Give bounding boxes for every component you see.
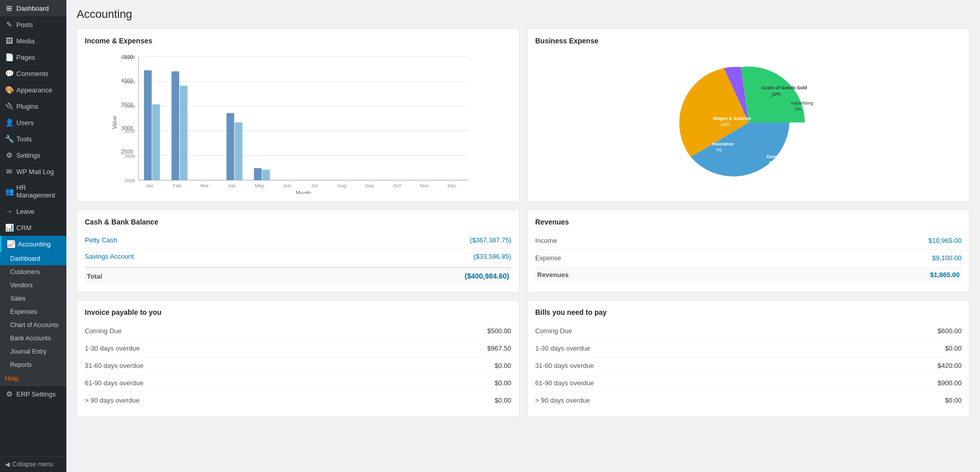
svg-rect-28 — [262, 170, 270, 180]
invoice-row-2: 31-60 days overdue $0.00 — [85, 357, 511, 375]
sidebar-item-erp-settings[interactable]: ⚙ ERP Settings — [0, 385, 66, 402]
income-expenses-chart: 4500 4000 3500 3000 2500 4500 — [85, 51, 511, 194]
sub-item-help[interactable]: Help — [0, 371, 66, 385]
svg-text:Jun: Jun — [283, 183, 291, 188]
leave-icon: → — [5, 207, 13, 215]
sub-item-expenses[interactable]: Expenses — [0, 305, 66, 318]
savings-account-row: Savings Account ($33,596.85) — [85, 249, 511, 265]
inv-amount-0: $500.00 — [487, 327, 511, 335]
page-title: Accounting — [77, 8, 970, 21]
inv-amount-4: $0.00 — [494, 396, 511, 404]
erp-icon: ⚙ — [5, 390, 13, 398]
inv-label-2: 31-60 days overdue — [85, 362, 144, 369]
sidebar-item-tools[interactable]: 🔧 Tools — [0, 131, 66, 147]
sub-item-vendors[interactable]: Vendors — [0, 279, 66, 292]
media-icon: 🖼 — [5, 37, 13, 45]
sidebar-item-settings[interactable]: ⚙ Settings — [0, 147, 66, 163]
business-expense-card: Business Expense Ge — [527, 29, 970, 202]
svg-rect-23 — [172, 71, 179, 180]
svg-text:Wages & Salaries: Wages & Salaries — [713, 116, 751, 121]
svg-text:4000: 4000 — [124, 79, 135, 85]
income-expenses-card: Income & Expenses 4500 4000 3500 3000 25… — [77, 29, 519, 202]
invoice-table: Coming Due $500.00 1-30 days overdue $96… — [85, 322, 511, 409]
sub-item-journal-entry[interactable]: Journal Entry — [0, 345, 66, 358]
users-icon: 👤 — [5, 118, 13, 127]
accounting-submenu: Dashboard Customers Vendors Sales Expens… — [0, 252, 66, 385]
sidebar-item-accounting[interactable]: 📈 Accounting — [0, 236, 66, 252]
sub-item-bank-accounts[interactable]: Bank Accounts — [0, 332, 66, 345]
sub-item-dashboard[interactable]: Dashboard — [0, 252, 66, 265]
svg-text:Apr: Apr — [228, 183, 236, 188]
sidebar-item-wpmail[interactable]: ✉ WP Mail Log — [0, 163, 66, 180]
sub-item-sales[interactable]: Sales — [0, 292, 66, 305]
svg-rect-25 — [227, 113, 234, 180]
sidebar: ⊞ Dashboard ✎ Posts 🖼 Media 📄 Pages 💬 Co… — [0, 0, 66, 472]
income-label: Income — [535, 237, 557, 244]
sub-item-customers[interactable]: Customers — [0, 265, 66, 279]
svg-text:7%: 7% — [715, 147, 722, 153]
sidebar-item-plugins[interactable]: 🔌 Plugins — [0, 98, 66, 114]
inv-label-4: > 90 days overdue — [85, 396, 139, 404]
sub-item-reports[interactable]: Reports — [0, 358, 66, 371]
plugins-icon: 🔌 — [5, 102, 13, 110]
petty-cash-link[interactable]: Petty Cash — [85, 236, 117, 244]
sidebar-item-comments[interactable]: 💬 Comments — [0, 65, 66, 82]
svg-text:3000: 3000 — [124, 128, 135, 134]
svg-rect-22 — [152, 104, 160, 180]
posts-icon: ✎ — [5, 20, 13, 29]
svg-rect-21 — [144, 70, 152, 180]
sub-item-chart-of-accounts[interactable]: Chart of Accounts — [0, 318, 66, 332]
invoice-row-1: 1-30 days overdue $967.50 — [85, 340, 511, 357]
expense-amount: $9,100.00 — [932, 254, 962, 262]
bills-row-2: 31-60 days overdue $420.00 — [535, 357, 962, 375]
savings-link[interactable]: Savings Account — [85, 253, 134, 260]
bills-table: Coming Due $600.00 1-30 days overdue $0.… — [535, 322, 962, 409]
svg-text:Feb: Feb — [173, 183, 181, 188]
sidebar-item-appearance[interactable]: 🎨 Appearance — [0, 82, 66, 98]
hr-icon: 👥 — [5, 187, 13, 195]
svg-text:Mar: Mar — [200, 183, 209, 188]
expense-label: Expense — [535, 254, 561, 262]
sidebar-item-hr[interactable]: 👥 HR Management — [0, 180, 66, 203]
top-row: Income & Expenses 4500 4000 3500 3000 25… — [77, 29, 970, 202]
sidebar-item-dashboard[interactable]: ⊞ Dashboard — [0, 0, 66, 16]
sidebar-item-posts[interactable]: ✎ Posts — [0, 16, 66, 33]
invoice-title: Invoice payable to you — [85, 308, 511, 316]
svg-rect-27 — [254, 168, 261, 180]
cash-bank-title: Cash & Bank Balance — [85, 218, 511, 226]
inv-amount-3: $0.00 — [494, 379, 511, 387]
revenues-label: Revenues — [537, 271, 568, 279]
svg-text:Sep: Sep — [365, 183, 374, 188]
svg-text:Dec: Dec — [447, 183, 456, 188]
svg-text:Aug: Aug — [338, 183, 346, 188]
svg-text:Month: Month — [296, 190, 311, 194]
total-row: Total ($400,984.60) — [85, 267, 511, 284]
pie-chart-container: General Expenses 58% Wages & Salaries 24… — [535, 51, 962, 194]
sidebar-item-media[interactable]: 🖼 Media — [0, 33, 66, 49]
income-row: Income $10,965.00 — [535, 232, 962, 250]
sidebar-item-pages[interactable]: 📄 Pages — [0, 49, 66, 65]
collapse-icon: ◀ — [5, 461, 10, 468]
svg-text:2000: 2000 — [124, 178, 135, 183]
invoice-row-4: > 90 days overdue $0.00 — [85, 392, 511, 409]
expense-row: Expense $9,100.00 — [535, 250, 962, 267]
bills-row-1: 1-30 days overdue $0.00 — [535, 340, 962, 357]
invoice-row-3: 61-90 days overdue $0.00 — [85, 375, 511, 392]
svg-text:Jul: Jul — [312, 183, 318, 188]
accounting-icon: 📈 — [7, 240, 15, 248]
svg-rect-26 — [235, 122, 243, 180]
svg-text:Jan: Jan — [146, 183, 154, 188]
main-content: Accounting Income & Expenses 4500 4000 3… — [66, 0, 980, 472]
svg-text:Insurance: Insurance — [712, 141, 734, 146]
pages-icon: 📄 — [5, 53, 13, 61]
total-amount: ($400,984.60) — [465, 272, 509, 280]
inv-amount-1: $967.50 — [487, 344, 511, 352]
collapse-menu-button[interactable]: ◀ Collapse menu — [0, 456, 66, 472]
sidebar-item-users[interactable]: 👤 Users — [0, 114, 66, 131]
sidebar-item-leave[interactable]: → Leave — [0, 203, 66, 219]
bill-amount-2: $420.00 — [938, 362, 962, 369]
sidebar-item-crm[interactable]: 📊 CRM — [0, 219, 66, 236]
settings-icon: ⚙ — [5, 151, 13, 159]
invoice-row-0: Coming Due $500.00 — [85, 322, 511, 340]
middle-row: Cash & Bank Balance Petty Cash ($367,387… — [77, 210, 970, 292]
